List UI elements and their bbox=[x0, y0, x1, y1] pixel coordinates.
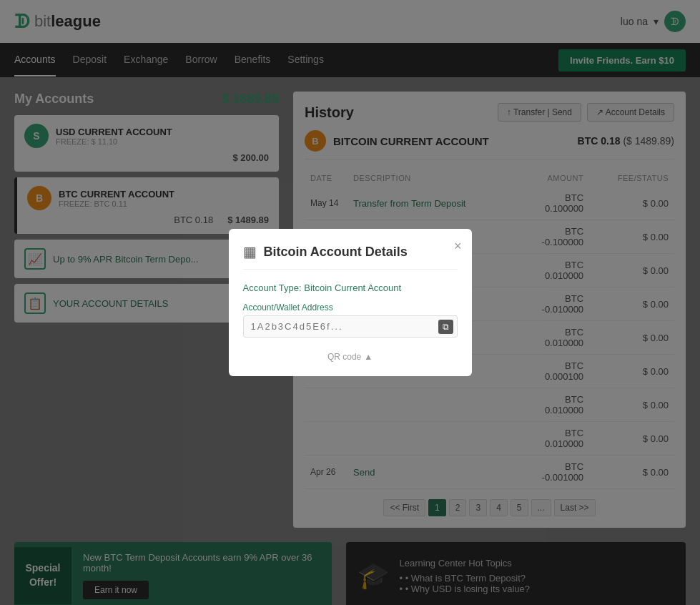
qr-label[interactable]: QR code ▲ bbox=[243, 352, 458, 362]
copy-button[interactable]: ⧉ bbox=[438, 320, 453, 334]
modal-account-type: Account Type: Bitcoin Current Account bbox=[243, 281, 458, 294]
modal: ▦ Bitcoin Account Details × Account Type… bbox=[229, 229, 472, 376]
wallet-address-input[interactable] bbox=[243, 315, 458, 338]
modal-close-button[interactable]: × bbox=[454, 239, 462, 254]
account-type-label: Account Type: Bitcoin Current Account bbox=[243, 282, 402, 293]
wallet-label: Account/Wallet Address bbox=[243, 302, 458, 313]
modal-icon: ▦ bbox=[243, 243, 257, 260]
modal-header: ▦ Bitcoin Account Details bbox=[243, 243, 458, 270]
modal-overlay[interactable]: ▦ Bitcoin Account Details × Account Type… bbox=[0, 0, 700, 605]
wallet-input-wrapper: ⧉ bbox=[243, 315, 458, 338]
modal-wallet-field: Account/Wallet Address ⧉ bbox=[243, 302, 458, 338]
qr-section: QR code ▲ bbox=[243, 346, 458, 362]
qr-arrow-icon: ▲ bbox=[364, 352, 373, 362]
modal-title: Bitcoin Account Details bbox=[264, 245, 408, 260]
